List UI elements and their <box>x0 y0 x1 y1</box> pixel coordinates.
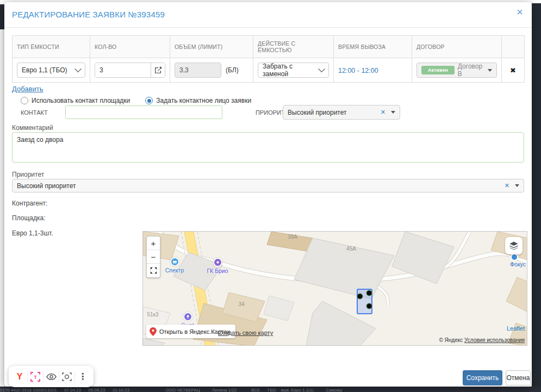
radio-custom-contact[interactable]: Задать контактное лицо заявки <box>145 97 251 104</box>
radio-unchecked-icon <box>21 97 28 104</box>
col-contract: ДОГОВОР <box>412 36 502 58</box>
car-service-icon <box>170 257 179 266</box>
site-label: Площадка: <box>12 214 46 222</box>
translate-icon: T <box>30 372 40 382</box>
fullscreen-icon <box>150 267 157 274</box>
background-page-fragment <box>0 4 4 29</box>
visibility-button[interactable] <box>43 369 59 384</box>
zoom-out-button[interactable]: − <box>147 250 160 264</box>
containers-table: ТИП ЁМКОСТИ КОЛ-ВО ОБЪЕМ (ЛИМИТ) ДЕЙСТВИ… <box>12 35 525 83</box>
modal-title: РЕДАКТИРОВАНИЕ ЗАЯВКИ №393459 <box>12 10 165 19</box>
edit-icon <box>154 66 162 74</box>
yandex-pin-icon <box>150 327 157 336</box>
clear-icon[interactable]: ✕ <box>381 109 385 116</box>
priority-select-small[interactable]: Высокий приоритет ✕ <box>283 105 400 120</box>
container-type-select[interactable]: Евро 1,1 (ТБО) <box>17 63 85 78</box>
save-button[interactable]: Сохранить <box>463 370 502 385</box>
cancel-button[interactable]: Отмена <box>506 370 531 385</box>
map[interactable]: 38А 45А 34 51к3 51 Спектр ГК Брио Swat Ф… <box>142 231 527 346</box>
col-remove <box>502 36 525 58</box>
building-label: 45А <box>346 246 356 252</box>
poi-spektr[interactable]: Спектр <box>158 257 191 273</box>
eye-icon <box>46 373 57 381</box>
close-icon[interactable]: × <box>517 7 523 17</box>
contact-input[interactable] <box>65 105 222 119</box>
map-layers-button[interactable] <box>505 237 523 254</box>
building-label: 51к3 <box>147 312 158 318</box>
add-row-link[interactable]: Добавить <box>12 85 43 93</box>
map-zoom-control: + − <box>146 236 160 278</box>
create-own-map-link[interactable]: Создать свою карту <box>218 329 273 336</box>
volume-input <box>175 63 221 78</box>
remove-row-button[interactable]: ✖ <box>502 58 525 83</box>
radio-checked-icon <box>145 97 153 104</box>
organization-icon <box>213 258 222 267</box>
yandex-button[interactable]: Y <box>12 369 27 384</box>
screenshot-button[interactable] <box>59 369 74 384</box>
col-container-type: ТИП ЁМКОСТИ <box>13 36 90 58</box>
clear-icon[interactable]: ✕ <box>505 182 509 189</box>
yandex-logo-icon: Y <box>17 372 23 382</box>
pickup-time-link[interactable]: 12:00 - 12:00 <box>338 67 378 74</box>
kebab-menu-icon: ⋮ <box>78 371 87 382</box>
contract-status-badge: Активен <box>421 66 455 74</box>
col-quantity: КОЛ-ВО <box>90 36 170 58</box>
table-row: Евро 1,1 (ТБО) (БЛ) <box>13 58 525 83</box>
contractor-label: Контрагент: <box>12 200 47 207</box>
shop-icon <box>183 312 192 321</box>
poi-fokus[interactable]: Фокус <box>510 253 526 267</box>
caret-down-icon <box>488 69 492 72</box>
radio-use-site-contact[interactable]: Использовать контакт площадки <box>21 97 130 104</box>
poi-dot-icon <box>511 253 518 261</box>
chevron-down-icon <box>318 65 325 72</box>
poi-gk-brio[interactable]: ГК Брио <box>201 258 234 274</box>
col-action: ДЕЙСТВИЕ С ЁМКОСТЬЮ <box>253 36 334 58</box>
col-volume: ОБЪЕМ (ЛИМИТ) <box>170 36 253 58</box>
svg-text:T: T <box>34 374 37 379</box>
translate-button[interactable]: T <box>28 369 43 384</box>
edit-request-modal: РЕДАКТИРОВАНИЕ ЗАЯВКИ №393459 × ТИП ЁМКО… <box>4 2 532 387</box>
caret-down-icon <box>391 111 395 114</box>
volume-unit-label: (БЛ) <box>226 66 239 74</box>
priority-select[interactable]: Высокий приоритет ✕ <box>12 179 524 192</box>
comment-textarea[interactable]: Заезд со двора <box>12 132 524 163</box>
terms-of-use-link[interactable]: Условия использования <box>464 337 525 343</box>
browser-extension-toolbar: Y T ⋮ <box>9 366 94 387</box>
title-divider <box>4 27 532 28</box>
chevron-down-icon <box>74 65 82 72</box>
container-action-select[interactable]: Забрать с заменой <box>258 63 329 78</box>
building-label: 38А <box>288 234 297 240</box>
background-page-bottom: 0170 4420 0918 1000013/2/1 07.04.23 05.0… <box>0 387 541 392</box>
comment-label: Комментарий <box>12 124 53 132</box>
background-table-row: 0170 4420 0918 1000013/2/1 07.04.23 05.0… <box>0 388 541 392</box>
building-label: 34 <box>238 301 244 307</box>
col-pickup-time: ВРЕМЯ ВЫВОЗА <box>334 36 412 58</box>
contact-label: КОНТАКТ <box>21 109 48 116</box>
table-header-row: ТИП ЁМКОСТИ КОЛ-ВО ОБЪЕМ (ЛИМИТ) ДЕЙСТВИ… <box>13 36 525 58</box>
containers-summary: Евро 1,1-3шт. <box>12 229 53 237</box>
quantity-input-group <box>95 63 165 78</box>
background-page-right <box>532 3 541 392</box>
fullscreen-button[interactable] <box>147 264 160 277</box>
map-copyright: © Яндекс Условия использования <box>439 337 525 343</box>
more-options-button[interactable]: ⋮ <box>75 369 90 384</box>
priority-label: Приоритет <box>12 171 44 178</box>
edit-quantity-button[interactable] <box>151 63 165 77</box>
leaflet-attribution-link[interactable]: Leaflet <box>507 325 525 332</box>
caret-down-icon <box>515 184 519 187</box>
screenshot-icon <box>62 372 72 382</box>
contract-dropdown[interactable]: Активен Договор В <box>416 63 497 78</box>
quantity-input[interactable] <box>95 63 151 77</box>
layers-icon <box>508 240 519 251</box>
contact-radio-group: Использовать контакт площадки Задать кон… <box>21 97 251 104</box>
zoom-in-button[interactable]: + <box>147 237 160 250</box>
